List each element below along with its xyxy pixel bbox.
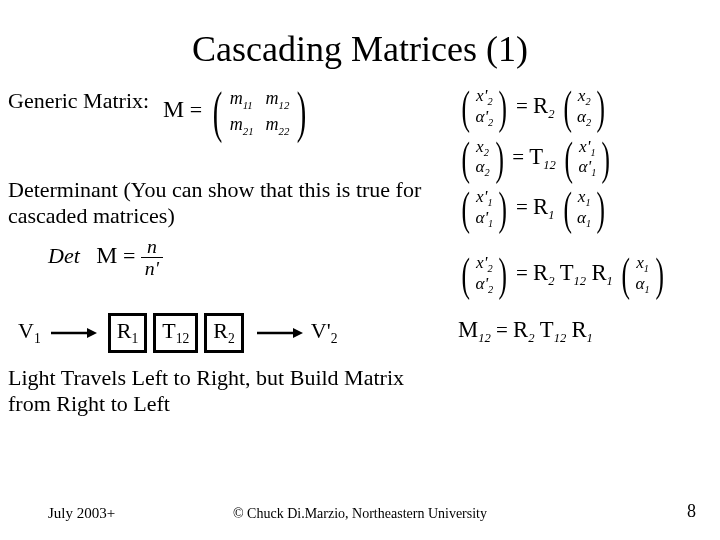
determinant-formula: Det M = n n' xyxy=(48,237,448,280)
generic-matrix-formula: M = ( m11 m12 m21 m22 ) xyxy=(163,88,311,137)
determinant-label: Determinant (You can show that this is t… xyxy=(8,177,448,229)
eq-combined: ( x'2 α'2 ) = R2 T12 R1 ( x1 α1 ) xyxy=(458,254,698,296)
svg-marker-3 xyxy=(293,328,303,338)
arrow-right-icon xyxy=(255,326,303,340)
eq-m12: M12 = R2 T12 R1 xyxy=(458,317,698,346)
cascade-box-t12: T12 xyxy=(153,313,198,353)
arrow-right-icon xyxy=(49,326,97,340)
determinant-block: Determinant (You can show that this is t… xyxy=(8,177,448,280)
footer-page-number: 8 xyxy=(687,501,696,522)
left-column: Generic Matrix: M = ( m11 m12 m21 m22 ) … xyxy=(8,88,448,417)
cascade-box-r2: R2 xyxy=(204,313,244,353)
footer-copyright: © Chuck Di.Marzio, Northeastern Universi… xyxy=(0,506,720,522)
svg-marker-1 xyxy=(87,328,97,338)
generic-matrix-label: Generic Matrix: xyxy=(8,88,149,114)
cascade-v1: V1 xyxy=(18,318,41,347)
cascade-diagram: V1 R1 T12 R2 V'2 xyxy=(8,313,448,353)
cascade-v2: V'2 xyxy=(311,318,338,347)
generic-matrix-row: Generic Matrix: M = ( m11 m12 m21 m22 ) xyxy=(8,88,448,137)
eq-t12: ( x2 α2 ) = T12 ( x'1 α'1 ) xyxy=(458,138,698,180)
eq-r1: ( x'1 α'1 ) = R1 ( x1 α1 ) xyxy=(458,188,698,230)
right-column: ( x'2 α'2 ) = R2 ( x2 α2 ) ( xyxy=(458,78,698,356)
eq-r2: ( x'2 α'2 ) = R2 ( x2 α2 ) xyxy=(458,87,698,129)
cascade-box-r1: R1 xyxy=(108,313,148,353)
light-travels-text: Light Travels Left to Right, but Build M… xyxy=(8,365,448,417)
page-title: Cascading Matrices (1) xyxy=(0,28,720,70)
